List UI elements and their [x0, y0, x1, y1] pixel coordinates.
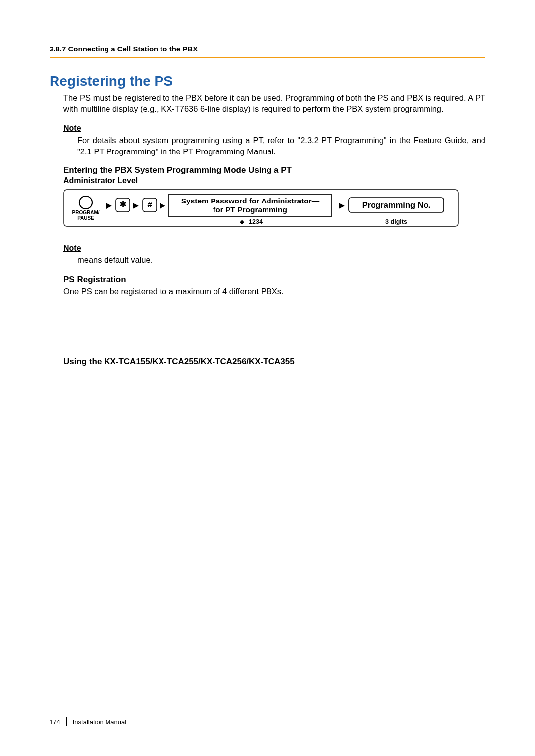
svg-point-1	[79, 196, 92, 209]
ps-registration-heading: PS Registration	[63, 275, 485, 285]
doc-title: Installation Manual	[73, 718, 126, 726]
star-key-glyph: ✱	[119, 200, 127, 209]
default-value: 1234	[249, 218, 263, 225]
breadcrumb: 2.8.7 Connecting a Cell Station to the P…	[50, 45, 485, 53]
diagram-program-label-2: PAUSE	[77, 215, 94, 221]
hash-key-glyph: #	[147, 200, 152, 209]
digits-label: 3 digits	[385, 218, 407, 225]
page-title: Registering the PS	[50, 73, 485, 89]
svg-marker-8	[339, 203, 345, 209]
footer-divider	[66, 717, 67, 726]
password-box-line2: for PT Programming	[213, 205, 287, 214]
ps-registration-text: One PS can be registered to a maximum of…	[63, 286, 485, 297]
diagram-program-label-1: PROGRAM/	[72, 210, 100, 215]
using-models-heading: Using the KX-TCA155/KX-TCA255/KX-TCA256/…	[63, 357, 485, 367]
password-box-line1: System Password for Administrator—	[181, 197, 320, 205]
default-marker: ◆	[240, 218, 245, 225]
svg-marker-2	[106, 203, 112, 209]
programming-diagram: PROGRAM/ PAUSE ✱ # System Password for A…	[63, 189, 485, 235]
header-divider	[50, 57, 485, 58]
note-label-2: Note	[63, 244, 485, 252]
svg-marker-4	[133, 203, 139, 209]
svg-marker-6	[160, 203, 165, 209]
note-label-1: Note	[63, 124, 485, 133]
intro-paragraph: The PS must be registered to the PBX bef…	[63, 92, 485, 115]
page-footer: 174 Installation Manual	[50, 717, 126, 726]
programming-no-label: Programming No.	[362, 201, 430, 209]
note-text-1: For details about system programming usi…	[77, 135, 485, 157]
entering-mode-heading: Entering the PBX System Programming Mode…	[63, 165, 485, 175]
page-number: 174	[50, 718, 60, 726]
note-text-2: means default value.	[77, 254, 485, 266]
admin-level-heading: Administrator Level	[63, 176, 485, 185]
